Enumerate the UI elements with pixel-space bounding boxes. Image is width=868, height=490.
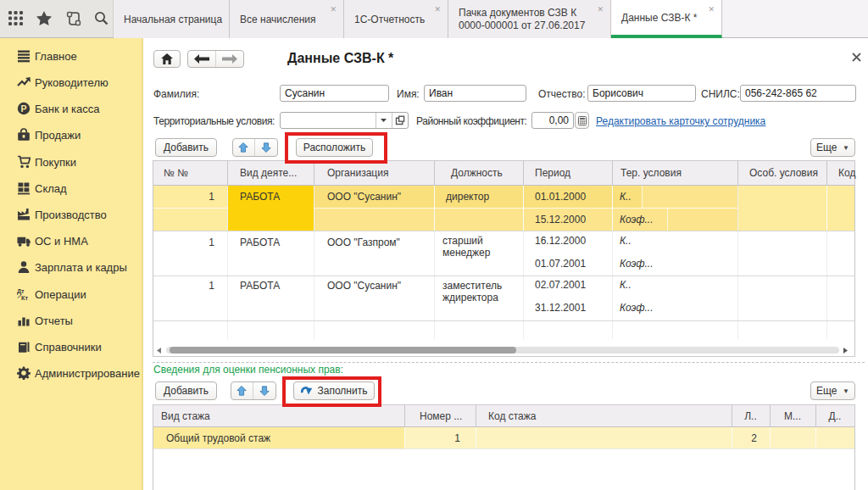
svg-text:P: P: [20, 103, 26, 114]
svg-text:Кт: Кт: [21, 294, 28, 301]
